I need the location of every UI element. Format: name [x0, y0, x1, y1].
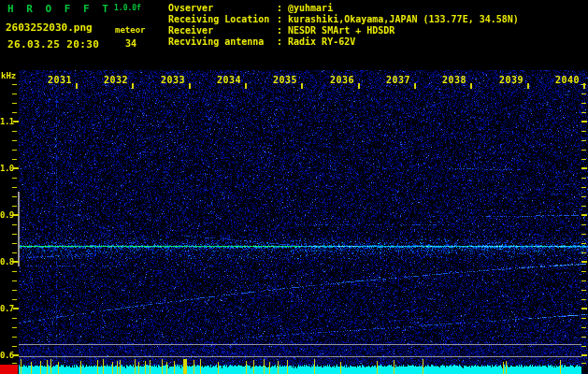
time-label: 2034 [217, 76, 241, 85]
freq-label: 0.7 [0, 304, 14, 313]
info-row-observer: Ovserver:@yuhmari [168, 3, 519, 14]
time-label: 2031 [48, 76, 72, 85]
app-version: 1.0.0f [114, 5, 141, 12]
freq-label: 1.1 [0, 117, 14, 126]
info-value: kurashiki,Okayama,JAPAN (133.77E, 34.58N… [288, 14, 519, 24]
info-row-antenna: Recviving antenna:Radix RY-62V [168, 36, 519, 48]
info-label: Receiver [168, 25, 277, 36]
freq-label: 0.8 [0, 257, 14, 266]
freq-label: 1.0 [0, 164, 14, 173]
info-value: Radix RY-62V [288, 36, 355, 47]
freq-label: 0.6 [0, 351, 14, 360]
time-label: 2032 [104, 76, 128, 85]
time-label: 2036 [330, 76, 354, 85]
info-colon: : [277, 25, 288, 36]
time-label: 2037 [386, 76, 410, 85]
meteor-counter-label: meteor [115, 26, 146, 35]
output-filename: 2603252030.png [6, 22, 93, 33]
time-label: 2040 [555, 76, 580, 85]
hrofft-window: H R O F F T 1.0.0f 2603252030.png meteor… [0, 0, 588, 374]
info-row-location: Receiving Location:kurashiki,Okayama,JAP… [168, 14, 519, 25]
meteor-counter-value: 34 [125, 39, 136, 49]
time-label: 2038 [442, 76, 466, 85]
info-label: Recviving antenna [168, 36, 277, 48]
info-colon: : [277, 36, 288, 48]
spectrogram [0, 0, 588, 374]
freq-axis-unit: kHz [1, 72, 16, 80]
time-label: 2033 [161, 76, 185, 85]
info-colon: : [277, 14, 288, 25]
info-label: Ovserver [168, 3, 277, 14]
freq-label: 0.9 [0, 210, 14, 220]
observer-info: Ovserver:@yuhmari Receiving Location:kur… [168, 3, 519, 48]
datetime: 26.03.25 20:30 [7, 39, 99, 50]
info-row-receiver: Receiver:NESDR SMArt + HDSDR [168, 25, 519, 36]
info-colon: : [277, 3, 288, 14]
info-label: Receiving Location [168, 14, 277, 25]
info-value: NESDR SMArt + HDSDR [288, 25, 394, 36]
app-title: H R O F F T [7, 4, 111, 14]
info-value: @yuhmari [288, 3, 333, 13]
time-label: 2035 [273, 76, 297, 85]
time-label: 2039 [499, 76, 523, 85]
